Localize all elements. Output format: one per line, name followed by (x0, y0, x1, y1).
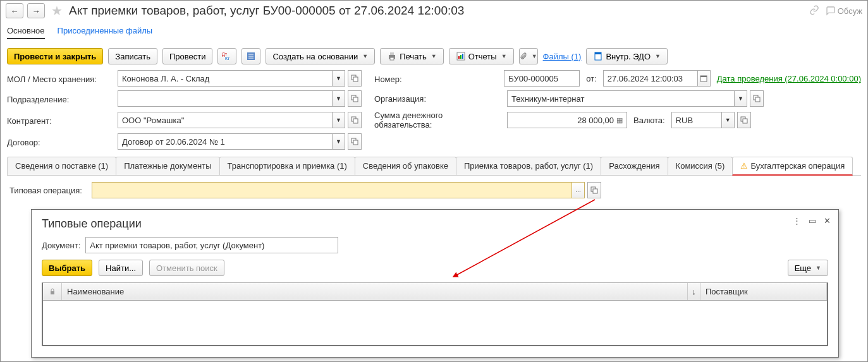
popup-close-icon[interactable]: ✕ (824, 216, 831, 226)
division-label: Подразделение: (7, 93, 111, 104)
svg-rect-20 (353, 97, 358, 102)
svg-rect-28 (353, 140, 358, 145)
col-name[interactable]: Наименование (62, 283, 688, 300)
counterparty-field[interactable]: ООО "Ромашка" (118, 112, 333, 128)
post-and-close-button[interactable]: Провести и закрыть (7, 48, 103, 64)
mol-dropdown[interactable]: ▼ (333, 70, 345, 87)
contract-label: Договор: (7, 136, 111, 147)
org-label: Организация: (374, 94, 501, 104)
internal-edo-button[interactable]: Внутр. ЭДО▼ (586, 48, 668, 64)
mol-label: МОЛ / Место хранения: (7, 73, 111, 84)
number-label: Номер: (374, 73, 402, 84)
create-based-button[interactable]: Создать на основании▼ (266, 48, 375, 64)
posting-date-link[interactable]: Дата проведения (27.06.2024 0:00:00) (717, 74, 861, 83)
contract-open[interactable] (348, 133, 362, 150)
popup-more-button[interactable]: Еще▼ (788, 260, 828, 276)
popup-title: Типовые операции (42, 217, 828, 231)
counterparty-dropdown[interactable]: ▼ (333, 112, 345, 128)
tab-supply[interactable]: Сведения о поставке (1) (7, 157, 116, 176)
tab-payments[interactable]: Платежные документы (116, 157, 219, 176)
dtkt-button[interactable]: ДтКт (217, 48, 236, 64)
calculator-icon[interactable]: ▦ (616, 116, 623, 124)
svg-rect-12 (462, 54, 463, 59)
nav-back-button[interactable]: ← (6, 3, 23, 18)
mol-field[interactable]: Кононова Л. А. - Склад (118, 70, 333, 87)
reports-button[interactable]: Отчеты▼ (449, 48, 514, 64)
popup-doc-label: Документ: (42, 241, 80, 250)
col-supplier[interactable]: Поставщик (700, 283, 827, 300)
page-title: Акт приемки товаров, работ, услуг БУ00-0… (69, 4, 464, 18)
col-lock-icon[interactable] (43, 283, 62, 300)
counterparty-label: Контрагент: (7, 114, 111, 126)
popup-doc-field[interactable]: Акт приемки товаров, работ, услуг (Докум… (85, 237, 338, 253)
popup-maximize-icon[interactable]: ▭ (809, 216, 816, 226)
tab-packaging[interactable]: Сведения об упаковке (355, 157, 456, 176)
popup-cancel-search-button[interactable]: Отменить поиск (149, 260, 224, 276)
svg-rect-26 (743, 119, 747, 123)
popup-more-icon[interactable]: ⋮ (793, 216, 801, 226)
nav-forward-button[interactable]: → (27, 3, 45, 18)
tab-transport[interactable]: Транспортировка и приемка (1) (219, 157, 355, 176)
svg-rect-18 (700, 76, 707, 77)
sum-label: Сумма денежного обязательства: (374, 111, 501, 130)
svg-rect-8 (390, 57, 394, 60)
print-button[interactable]: Печать▼ (380, 48, 444, 64)
tab-discrepancy[interactable]: Расхождения (601, 157, 668, 176)
favorite-star-icon[interactable]: ★ (51, 3, 63, 18)
typical-operations-popup: ⋮ ▭ ✕ Типовые операции Документ: Акт при… (31, 209, 839, 358)
from-label: от: (586, 74, 597, 83)
contract-dropdown[interactable]: ▼ (333, 133, 345, 150)
save-button[interactable]: Записать (108, 48, 157, 64)
division-open[interactable] (348, 90, 362, 107)
files-link[interactable]: Файлы (1) (543, 52, 582, 61)
typical-op-label: Типовая операция: (9, 186, 85, 195)
currency-field[interactable]: RUB (671, 112, 722, 128)
division-dropdown[interactable]: ▼ (333, 90, 345, 107)
contract-field[interactable]: Договор от 20.06.2024 № 1 (118, 133, 333, 150)
post-button[interactable]: Провести (162, 48, 213, 64)
typical-op-select-button[interactable]: … (572, 182, 585, 198)
org-open[interactable] (750, 90, 764, 107)
currency-dropdown[interactable]: ▼ (722, 112, 735, 128)
link-icon[interactable] (809, 5, 819, 17)
tab-accounting[interactable]: Бухгалтерская операция (732, 157, 853, 176)
svg-rect-22 (755, 97, 760, 102)
date-picker-button[interactable] (698, 70, 711, 87)
discuss-icon[interactable]: Обсуж (826, 5, 862, 17)
section-main[interactable]: Основное (7, 23, 45, 39)
svg-text:Кт: Кт (225, 56, 230, 61)
date-field[interactable]: 27.06.2024 12:00:03 (603, 70, 698, 87)
popup-table-body (43, 301, 827, 345)
currency-label: Валюта: (633, 116, 665, 125)
svg-rect-14 (595, 52, 601, 54)
popup-select-button[interactable]: Выбрать (42, 260, 92, 276)
col-sort-icon[interactable]: ↓ (688, 283, 700, 300)
org-dropdown[interactable]: ▼ (735, 90, 747, 107)
svg-rect-31 (51, 291, 54, 294)
typical-op-open[interactable] (587, 182, 601, 198)
attach-button[interactable]: ▼ (519, 48, 538, 64)
tab-commission[interactable]: Комиссия (5) (668, 157, 733, 176)
popup-find-button[interactable]: Найти... (99, 260, 143, 276)
typical-op-field[interactable] (92, 182, 572, 198)
svg-rect-24 (353, 119, 358, 123)
svg-rect-10 (458, 56, 460, 59)
svg-rect-16 (353, 77, 358, 81)
popup-table: Наименование ↓ Поставщик (42, 282, 828, 346)
division-field[interactable] (118, 90, 333, 107)
org-field[interactable]: Техникум-интернат (507, 90, 735, 107)
counterparty-open[interactable] (348, 112, 362, 128)
tab-acceptance[interactable]: Приемка товаров, работ, услуг (1) (456, 157, 601, 176)
number-field[interactable]: БУ00-000005 (504, 70, 580, 87)
section-files[interactable]: Присоединенные файлы (58, 23, 153, 39)
svg-rect-11 (460, 55, 462, 59)
svg-rect-30 (593, 189, 597, 193)
sum-field[interactable]: 28 000,00▦ (507, 112, 627, 128)
list-button[interactable] (241, 48, 260, 64)
svg-rect-7 (390, 52, 394, 55)
mol-open[interactable] (348, 70, 362, 87)
currency-open[interactable] (737, 112, 751, 128)
